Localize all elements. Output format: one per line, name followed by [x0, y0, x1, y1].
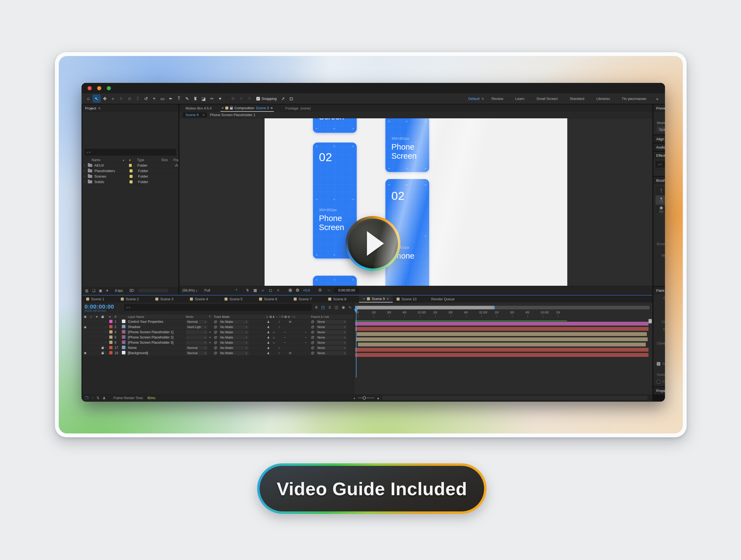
- switch-dash-icon[interactable]: [282, 351, 287, 355]
- track-matte-dropdown[interactable]: No Matte∨: [219, 341, 249, 345]
- magnification-dropdown[interactable]: (58,8%) ∨: [182, 288, 198, 292]
- timeline-graph-area[interactable]: 0f15f30f45f01:00f15f30f45f02:00f15f30f45…: [354, 303, 652, 395]
- minimize-window-button[interactable]: [97, 86, 101, 90]
- project-panel-header[interactable]: Project ≡: [82, 105, 179, 112]
- parent-dropdown[interactable]: None∨: [316, 351, 347, 355]
- pan-camera-tool[interactable]: ⊕: [125, 95, 134, 103]
- layer-row-2[interactable]: ◉›2ShadowHard Ligh∨@No Matte∨♟∕@None∨: [82, 324, 354, 330]
- track-matte-dropdown[interactable]: No Matte∨: [219, 335, 249, 339]
- switch-fx-icon[interactable]: [288, 346, 292, 350]
- switch-dash-icon[interactable]: −: [282, 336, 287, 339]
- layer-label-swatch[interactable]: [109, 335, 115, 339]
- tab-scene-8[interactable]: Scene 8: [324, 295, 359, 303]
- pickwhip-icon[interactable]: @: [311, 346, 315, 350]
- switch-fx-icon[interactable]: [288, 330, 292, 334]
- timeline-search-input[interactable]: ⌕▾: [124, 304, 312, 311]
- parent-dropdown[interactable]: None∨: [316, 325, 347, 329]
- mode-column[interactable]: Mode: [186, 315, 209, 318]
- twirl-icon[interactable]: ›: [84, 175, 88, 178]
- snap-angle-icon[interactable]: ↗: [279, 95, 287, 103]
- label-color-swatch[interactable]: [130, 180, 133, 183]
- tab-render-queue[interactable]: Render Queue: [427, 295, 462, 303]
- timeline-zoom-slider[interactable]: [358, 397, 374, 398]
- mode-dropdown[interactable]: Normal∨: [186, 346, 207, 350]
- layer-eye-icon[interactable]: [82, 346, 88, 350]
- switch-sun-icon[interactable]: ☼: [271, 341, 276, 345]
- mode-dropdown[interactable]: -∨: [186, 330, 207, 334]
- switch-fx-icon[interactable]: [288, 341, 292, 345]
- clone-source-overlay-checkbox[interactable]: ✓: [657, 380, 660, 383]
- tab-scene-3[interactable]: Scene 3: [151, 295, 186, 303]
- layer-label-swatch[interactable]: [109, 325, 115, 329]
- audio-column-icon[interactable]: ♪: [88, 315, 94, 319]
- layer-label-swatch[interactable]: [109, 330, 115, 334]
- pickwhip-icon[interactable]: @: [214, 330, 217, 334]
- layer-twirl-icon[interactable]: ›: [106, 320, 109, 323]
- project-search-input[interactable]: ⌕▾: [84, 149, 176, 155]
- eraser-tool[interactable]: ◪: [200, 95, 208, 103]
- switch-slash-icon[interactable]: [277, 341, 282, 345]
- workspace-standard[interactable]: Standard: [564, 97, 590, 101]
- switch-sun-icon[interactable]: [271, 351, 276, 355]
- layer-duration-bar[interactable]: [355, 327, 649, 331]
- snapping-toggle[interactable]: ✓ Snapping: [256, 97, 277, 101]
- label-color-swatch[interactable]: [130, 169, 133, 172]
- mask-visibility-icon[interactable]: ◻: [267, 288, 274, 293]
- pickwhip-icon[interactable]: @: [214, 325, 217, 329]
- project-column-headers[interactable]: Name ▲ ⬧ Type Size Fra: [82, 157, 179, 163]
- toggle-layer-switches-icon[interactable]: ❐: [85, 396, 88, 400]
- switch-fx-icon[interactable]: fx: [288, 320, 292, 324]
- layer-duration-bar[interactable]: [356, 337, 648, 341]
- switch-shy-icon[interactable]: ♟: [266, 341, 271, 345]
- switch-shy-icon[interactable]: ♟: [266, 346, 271, 350]
- work-area-end-handle[interactable]: [493, 306, 495, 309]
- dolly-camera-tool[interactable]: ↧: [134, 95, 142, 103]
- switch-dash2-icon[interactable]: [303, 320, 308, 324]
- switches-column-icons[interactable]: ◻ ◨ ♟ ☼ ∖ fx ▦ ◍ ◔ ◇: [266, 315, 311, 318]
- switch-dash2-icon[interactable]: [303, 325, 308, 329]
- track-matte-dropdown[interactable]: No Matte∨: [219, 325, 249, 329]
- track-matte-dropdown[interactable]: No Matte∨: [219, 330, 249, 334]
- layer-twirl-icon[interactable]: ›: [106, 331, 109, 333]
- layer-label-swatch[interactable]: [109, 346, 115, 350]
- audio-panel-header[interactable]: Audio: [654, 143, 665, 151]
- work-area-start-handle[interactable]: [355, 306, 357, 309]
- draft-3d-icon[interactable]: ◳: [321, 305, 325, 309]
- interpret-footage-icon[interactable]: ▥: [85, 289, 88, 293]
- track-matte-dropdown[interactable]: No Matte∨: [219, 320, 249, 324]
- world-axis-mode-icon[interactable]: ⌗: [237, 95, 245, 103]
- panel-menu-icon[interactable]: ≡: [271, 106, 273, 110]
- mode-dropdown[interactable]: Normal∨: [186, 351, 207, 355]
- layer-twirl-icon[interactable]: ›: [106, 325, 109, 328]
- column-size[interactable]: Size: [161, 158, 174, 162]
- pickwhip-icon[interactable]: @: [214, 335, 217, 339]
- layer-eye-icon[interactable]: ◉: [82, 325, 88, 329]
- shortcut-dropdown[interactable]: Spacebar∨: [657, 126, 665, 132]
- exposure-icon[interactable]: ❂: [294, 288, 301, 292]
- pickwhip-icon[interactable]: @: [311, 341, 315, 345]
- project-flowchart-icon[interactable]: ✈: [106, 289, 109, 293]
- tab-scene-4[interactable]: Scene 4: [186, 295, 221, 303]
- parent-dropdown[interactable]: None∨: [316, 330, 347, 334]
- rotation-tool[interactable]: ↺: [142, 95, 150, 103]
- switch-shy-icon[interactable]: ♟: [266, 330, 271, 334]
- switch-sun-icon[interactable]: ☼: [271, 336, 276, 339]
- label-color-swatch[interactable]: [130, 175, 133, 178]
- effects-search-input[interactable]: ⌕▾: [656, 161, 665, 168]
- preserve-transparency-cell[interactable]: =: [209, 330, 214, 334]
- switch-slash-icon[interactable]: [277, 330, 282, 334]
- clone-stamp-tool[interactable]: ♜: [191, 95, 200, 103]
- layer-lock-icon[interactable]: [99, 346, 106, 350]
- breadcrumb-back-icon[interactable]: <: [203, 113, 205, 117]
- layer-solo-icon[interactable]: [94, 346, 99, 350]
- video-guide-button[interactable]: Video Guide Included: [257, 463, 487, 514]
- snap-grid-icon[interactable]: ⊡: [287, 95, 295, 103]
- layer-name[interactable]: Noise: [128, 346, 186, 350]
- tab-footage[interactable]: Footage (none): [276, 106, 311, 110]
- layer-eye-icon[interactable]: ◉: [82, 351, 88, 355]
- workspace-libraries[interactable]: Libraries: [590, 97, 616, 101]
- switch-dash2-icon[interactable]: −: [303, 336, 308, 339]
- brush-preset-13[interactable]: 13: [656, 195, 665, 205]
- close-tab-icon[interactable]: ×: [363, 297, 365, 301]
- pickwhip-icon[interactable]: @: [214, 341, 217, 345]
